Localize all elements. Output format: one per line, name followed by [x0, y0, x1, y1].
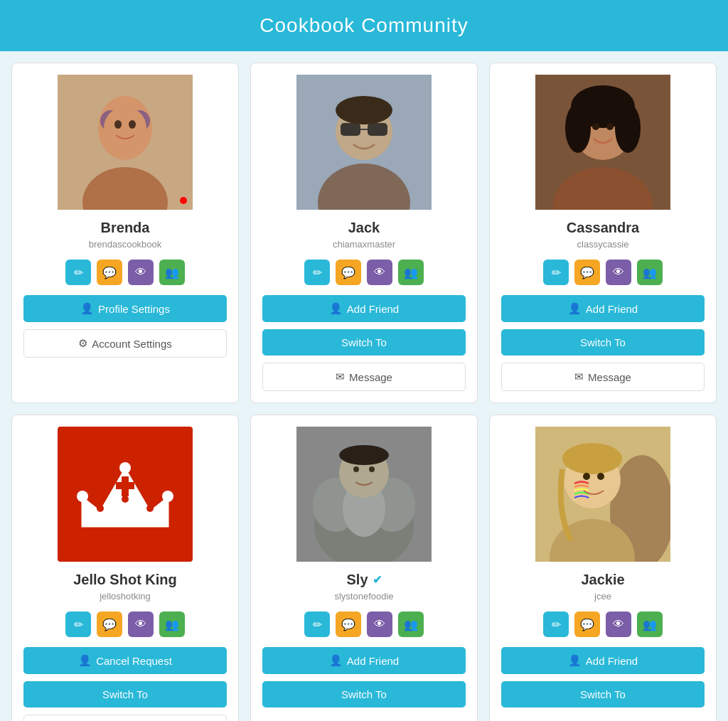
group-icon-jack[interactable]: 👥	[398, 260, 424, 285]
action-icons-brenda: ✏ 💬 👁 👥	[65, 260, 185, 285]
cancel-request-button-jello[interactable]: 👤 Cancel Request	[23, 647, 227, 674]
chat-icon-brenda[interactable]: 💬	[97, 260, 122, 285]
account-settings-button[interactable]: ⚙ Account Settings	[23, 329, 227, 358]
view-icon-cassandra[interactable]: 👁	[606, 260, 631, 285]
view-icon-sly[interactable]: 👁	[367, 611, 392, 637]
switch-to-button-jack[interactable]: Switch To	[262, 329, 466, 356]
svg-point-36	[353, 466, 359, 472]
svg-point-44	[583, 473, 590, 480]
card-brenda: Brenda brendascookbook ✏ 💬 👁 👥 👤 Profile…	[11, 63, 239, 403]
switch-to-button-jello[interactable]: Switch To	[23, 681, 227, 707]
group-icon-cassandra[interactable]: 👥	[637, 260, 663, 285]
header-title: Cookbook Community	[259, 14, 468, 37]
edit-icon-jello[interactable]: ✏	[65, 611, 91, 637]
verified-badge-sly: ✔	[373, 573, 382, 587]
avatar-jello	[58, 427, 193, 562]
message-button-jello[interactable]: ✉ Message	[23, 715, 227, 721]
svg-point-20	[592, 123, 599, 130]
svg-point-6	[129, 120, 136, 129]
avatar-cassandra	[535, 75, 670, 210]
message-button-jack[interactable]: ✉ Message	[262, 363, 466, 391]
svg-rect-11	[368, 123, 387, 136]
user-handle-jackie: jcee	[594, 591, 611, 602]
user-handle-jello: jelloshotking	[100, 591, 151, 602]
group-icon-jello[interactable]: 👥	[159, 611, 185, 637]
jello-photo	[58, 427, 193, 562]
add-friend-icon-jack: 👤	[329, 302, 343, 315]
add-friend-icon-sly: 👤	[329, 654, 343, 667]
avatar-sly	[296, 427, 432, 562]
edit-icon-jackie[interactable]: ✏	[543, 611, 569, 637]
profile-settings-icon: 👤	[80, 302, 94, 315]
chat-icon-jello[interactable]: 💬	[97, 611, 122, 637]
chat-icon-jack[interactable]: 💬	[336, 260, 361, 285]
action-icons-sly: ✏ 💬 👁 👥	[304, 611, 424, 637]
avatar-jackie	[535, 427, 670, 562]
user-name-jello: Jello Shot King	[73, 572, 177, 588]
svg-point-4	[104, 107, 146, 149]
svg-point-24	[162, 491, 173, 502]
group-icon-jackie[interactable]: 👥	[637, 611, 663, 637]
svg-point-23	[77, 491, 88, 502]
view-icon-brenda[interactable]: 👁	[128, 260, 154, 285]
user-name-jack: Jack	[348, 220, 380, 236]
user-grid: Brenda brendascookbook ✏ 💬 👁 👥 👤 Profile…	[0, 51, 728, 721]
svg-point-27	[97, 505, 104, 512]
svg-point-13	[336, 96, 392, 124]
chat-icon-jackie[interactable]: 💬	[574, 611, 600, 637]
add-friend-button-cassandra[interactable]: 👤 Add Friend	[501, 295, 705, 322]
avatar-brenda	[58, 75, 193, 210]
svg-point-5	[114, 120, 122, 129]
user-handle-sly: slystonefoodie	[334, 591, 393, 602]
switch-to-button-cassandra[interactable]: Switch To	[501, 329, 705, 356]
switch-to-button-jackie[interactable]: Switch To	[501, 681, 705, 707]
svg-point-18	[565, 103, 591, 153]
card-jack: Jack chiamaxmaster ✏ 💬 👁 👥 👤 Add Friend …	[250, 63, 478, 403]
add-friend-icon-jackie: 👤	[568, 654, 582, 667]
card-sly: Sly ✔ slystonefoodie ✏ 💬 👁 👥 👤 Add Frien…	[250, 415, 478, 721]
svg-point-37	[369, 466, 375, 472]
add-friend-button-jack[interactable]: 👤 Add Friend	[262, 295, 466, 322]
user-handle-jack: chiamaxmaster	[333, 239, 395, 250]
edit-icon-cassandra[interactable]: ✏	[543, 260, 569, 285]
edit-icon-jack[interactable]: ✏	[304, 260, 330, 285]
account-settings-icon: ⚙	[78, 337, 87, 350]
message-button-cassandra[interactable]: ✉ Message	[501, 363, 705, 391]
user-name-sly: Sly ✔	[346, 572, 381, 588]
profile-settings-button[interactable]: 👤 Profile Settings	[23, 295, 227, 322]
action-icons-cassandra: ✏ 💬 👁 👥	[543, 260, 663, 285]
message-icon-jack: ✉	[336, 370, 345, 383]
group-icon-sly[interactable]: 👥	[398, 611, 424, 637]
user-name-brenda: Brenda	[101, 220, 150, 236]
svg-rect-26	[116, 482, 134, 489]
svg-point-38	[339, 445, 389, 465]
card-cassandra: Cassandra classycassie ✏ 💬 👁 👥 👤 Add Fri…	[489, 63, 717, 403]
cancel-request-icon-jello: 👤	[78, 654, 92, 667]
view-icon-jackie[interactable]: 👁	[606, 611, 631, 637]
user-name-jackie: Jackie	[581, 572, 624, 588]
user-handle-brenda: brendascookbook	[89, 239, 162, 250]
add-friend-icon-cassandra: 👤	[568, 302, 582, 315]
svg-rect-10	[341, 123, 360, 136]
svg-point-29	[122, 496, 129, 503]
group-icon-brenda[interactable]: 👥	[159, 260, 185, 285]
switch-to-button-sly[interactable]: Switch To	[262, 681, 466, 707]
brenda-photo	[58, 75, 193, 210]
svg-point-28	[146, 505, 154, 512]
chat-icon-sly[interactable]: 💬	[336, 611, 361, 637]
edit-icon-sly[interactable]: ✏	[304, 611, 330, 637]
user-handle-cassandra: classycassie	[577, 239, 629, 250]
svg-point-21	[606, 123, 614, 130]
add-friend-button-jackie[interactable]: 👤 Add Friend	[501, 647, 705, 674]
action-icons-jackie: ✏ 💬 👁 👥	[543, 611, 663, 637]
svg-point-43	[562, 443, 622, 474]
avatar-jack	[296, 75, 432, 210]
edit-icon-brenda[interactable]: ✏	[65, 260, 91, 285]
view-icon-jack[interactable]: 👁	[367, 260, 392, 285]
chat-icon-cassandra[interactable]: 💬	[574, 260, 600, 285]
svg-point-45	[597, 473, 604, 480]
svg-point-22	[119, 462, 131, 474]
online-indicator	[180, 197, 187, 204]
add-friend-button-sly[interactable]: 👤 Add Friend	[262, 647, 466, 674]
view-icon-jello[interactable]: 👁	[128, 611, 154, 637]
